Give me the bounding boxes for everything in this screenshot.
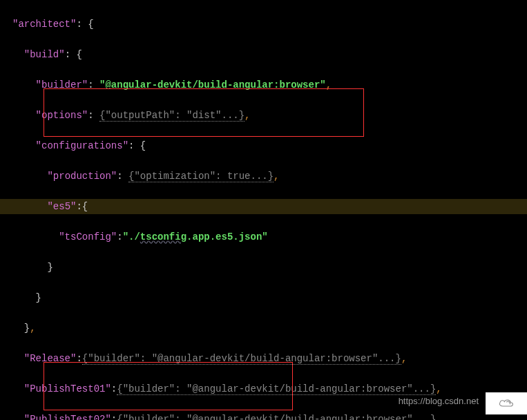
- json-key: "configurations": [36, 140, 128, 151]
- code-line: },: [12, 321, 527, 336]
- json-key: "Release": [24, 353, 77, 364]
- collapsed-block[interactable]: {"builder": "@angular-devkit/build-angul…: [82, 353, 401, 365]
- json-key: "options": [36, 110, 88, 121]
- json-key: "architect": [12, 19, 76, 30]
- collapsed-block[interactable]: {"optimization": true...}: [128, 171, 274, 182]
- code-line: "options": {"outputPath": "dist"...},: [12, 108, 527, 123]
- json-string-underlined: tsconfig: [140, 231, 186, 242]
- code-line: "Release":{"builder": "@angular-devkit/b…: [12, 351, 527, 366]
- code-line: "builder": "@angular-devkit/build-angula…: [12, 77, 527, 93]
- code-line: "build": {: [12, 47, 527, 62]
- code-line: "configurations": {: [12, 138, 527, 153]
- code-editor[interactable]: "architect": { "build": { "builder": "@a…: [0, 0, 527, 420]
- json-key: "tsConfig": [59, 231, 117, 242]
- json-key: "PublishTest02": [24, 414, 111, 420]
- code-line: "PublishTest02":{"builder": "@angular-de…: [12, 412, 527, 420]
- json-key: "build": [24, 49, 65, 60]
- watermark-text: https://blog.csdn.net: [399, 394, 479, 409]
- json-key: "PublishTest01": [24, 383, 111, 394]
- collapsed-block[interactable]: {"builder": "@angular-devkit/build-angul…: [117, 414, 436, 420]
- json-string: "@angular-devkit/build-angular:browser": [99, 79, 326, 90]
- code-line: "tsConfig":"./tsconfig.app.es5.json": [12, 229, 527, 245]
- code-line: "architect": {: [12, 17, 527, 32]
- json-key: "es5": [47, 201, 76, 212]
- json-key: "production": [47, 171, 117, 182]
- cloud-icon: [497, 396, 515, 411]
- code-line: "production": {"optimization": true...},: [12, 169, 527, 184]
- json-key: "builder": [36, 79, 88, 90]
- logo-badge: [486, 392, 527, 414]
- code-line: }: [12, 260, 527, 275]
- collapsed-block[interactable]: {"builder": "@angular-devkit/build-angul…: [117, 383, 436, 395]
- json-string-part: "./: [123, 231, 140, 242]
- code-line: "es5":{: [12, 199, 527, 214]
- collapsed-block[interactable]: {"outputPath": "dist"...}: [99, 110, 245, 122]
- code-line: }: [12, 290, 527, 305]
- json-string-part: .app.es5.json": [186, 231, 268, 242]
